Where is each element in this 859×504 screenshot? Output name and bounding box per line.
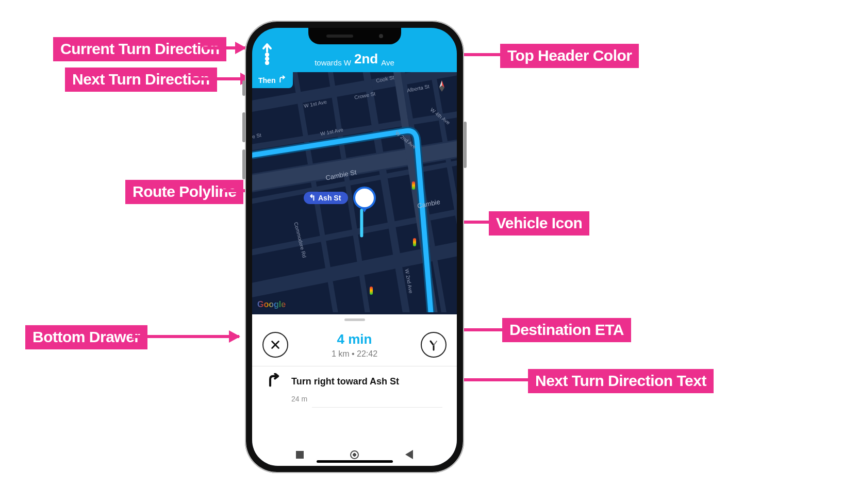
home-button[interactable]	[350, 450, 359, 459]
label-destination-eta: Destination ETA	[502, 318, 631, 342]
traffic-light-icon	[412, 181, 415, 190]
header-street: 2nd	[354, 51, 378, 67]
traffic-light-icon	[413, 238, 416, 246]
straight-dotted-icon	[261, 42, 273, 67]
right-turn-icon	[278, 75, 287, 85]
eta-time: 4 min	[299, 331, 410, 347]
label-current-turn-direction: Current Turn Direction	[53, 37, 226, 61]
traffic-light-icon	[370, 287, 373, 295]
back-button[interactable]	[405, 450, 413, 459]
label-vehicle-icon: Vehicle Icon	[489, 211, 589, 236]
ash-street-pill[interactable]: Ash St	[304, 192, 348, 204]
vehicle-icon	[353, 187, 376, 209]
overview-button[interactable]	[296, 451, 304, 459]
header-prefix: towards W	[315, 58, 351, 67]
route-options-button[interactable]	[421, 332, 447, 358]
then-label: Then	[258, 76, 275, 85]
label-next-turn-direction-text: Next Turn Direction Text	[528, 369, 714, 393]
home-indicator	[317, 460, 393, 463]
compass-icon[interactable]	[435, 79, 449, 93]
eta-sub: 1 km • 22:42	[299, 349, 410, 359]
phone-mockup: towards W 2nd Ave Then	[245, 21, 464, 473]
right-turn-icon	[267, 373, 281, 390]
svg-point-2	[266, 62, 268, 64]
svg-point-0	[266, 54, 268, 56]
next-turn-distance: 24 m	[291, 395, 442, 403]
svg-point-1	[266, 58, 268, 60]
notch	[308, 28, 401, 44]
header-suffix: Ave	[381, 58, 394, 67]
close-button[interactable]	[262, 332, 288, 358]
arrow-icon	[192, 77, 251, 80]
arrow-icon	[203, 46, 245, 49]
next-turn-chip[interactable]: Then	[252, 72, 293, 88]
bottom-drawer[interactable]: 4 min 1 km • 22:42 Turn right toward Ash…	[252, 314, 457, 443]
google-attribution: Google	[257, 300, 286, 309]
arrow-icon	[132, 335, 239, 338]
map-view[interactable]: Cook St Alberta St W 1st Ave Crowe St W …	[252, 72, 457, 314]
label-top-header-color: Top Header Color	[500, 44, 639, 68]
phone-screen: towards W 2nd Ave Then	[252, 28, 457, 466]
drawer-handle[interactable]	[344, 318, 365, 321]
next-turn-text: Turn right toward Ash St	[291, 376, 399, 387]
label-bottom-drawer: Bottom Drawer	[25, 325, 147, 349]
